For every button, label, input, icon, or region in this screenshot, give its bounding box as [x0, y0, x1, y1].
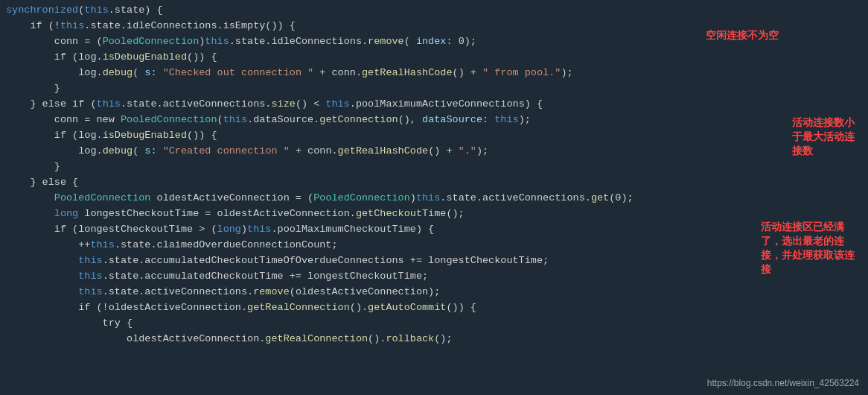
code-line: if (longestCheckoutTime > (long)this.poo…: [0, 222, 868, 238]
code-line: } else if (this.state.activeConnections.…: [0, 97, 868, 113]
code-line: PooledConnection oldestActiveConnection …: [0, 191, 868, 206]
watermark: https://blog.csdn.net/weixin_42563224: [707, 376, 859, 391]
code-line: this.state.activeConnections.remove(olde…: [0, 285, 868, 300]
code-line: synchronized(this.state) {: [0, 3, 868, 19]
code-line: if (log.isDebugEnabled()) {: [0, 50, 868, 66]
code-container: synchronized(this.state) { if (!this.sta…: [0, 0, 868, 395]
code-line: ++this.state.claimedOverdueConnectionCou…: [0, 238, 868, 253]
code-line: oldestActiveConnection.getRealConnection…: [0, 332, 868, 347]
code-line: }: [0, 159, 868, 175]
code-line: } else {: [0, 175, 868, 191]
code-line: this.state.accumulatedCheckoutTimeOfOver…: [0, 253, 868, 269]
code-lines: synchronized(this.state) { if (!this.sta…: [0, 3, 868, 347]
code-line: long longestCheckoutTime = oldestActiveC…: [0, 206, 868, 222]
code-line: }: [0, 81, 868, 97]
code-line: if (!oldestActiveConnection.getRealConne…: [0, 300, 868, 316]
code-line: if (!this.state.idleConnections.isEmpty(…: [0, 19, 868, 34]
code-line: this.state.accumulatedCheckoutTime += lo…: [0, 269, 868, 285]
code-line: conn = new PooledConnection(this.dataSou…: [0, 113, 868, 128]
code-line: if (log.isDebugEnabled()) {: [0, 128, 868, 144]
code-line: conn = (PooledConnection)this.state.idle…: [0, 34, 868, 50]
code-line: log.debug( s: "Created connection " + co…: [0, 144, 868, 159]
code-line: try {: [0, 316, 868, 332]
code-line: log.debug( s: "Checked out connection " …: [0, 66, 868, 81]
